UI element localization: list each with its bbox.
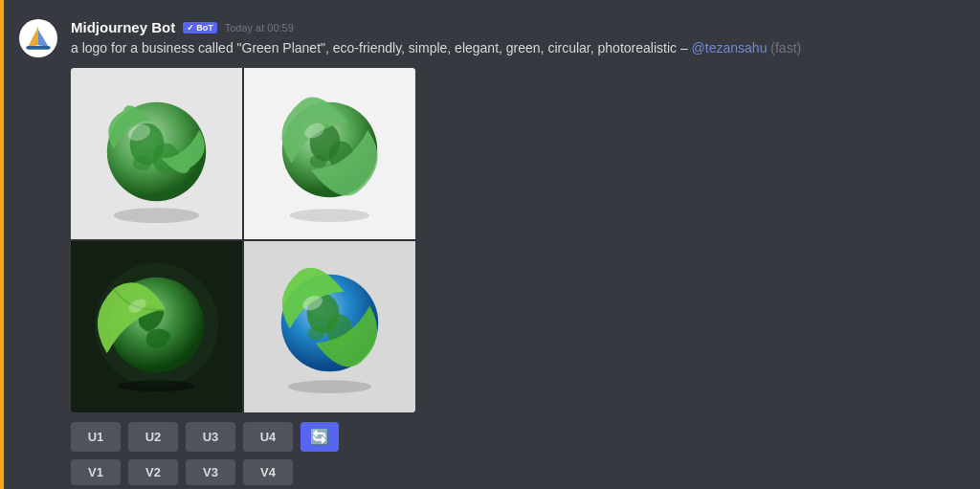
timestamp: Today at 00:59: [225, 22, 294, 33]
v1-button[interactable]: V1: [71, 459, 121, 485]
left-accent: [0, 0, 4, 489]
grid-cell-4: [244, 241, 415, 412]
grid-cell-2: [244, 68, 415, 239]
svg-point-16: [310, 154, 327, 167]
svg-rect-3: [26, 46, 50, 50]
svg-point-20: [119, 380, 195, 391]
grid-cell-3: [71, 241, 242, 412]
svg-point-12: [290, 209, 370, 222]
prompt-dash: –: [680, 40, 692, 56]
grid-cell-1: [71, 68, 242, 239]
svg-point-24: [288, 380, 372, 393]
v4-button[interactable]: V4: [243, 459, 293, 485]
speed-tag: (fast): [770, 40, 801, 56]
message-body: Midjourney Bot ✓ BoT Today at 00:59 a lo…: [71, 19, 965, 489]
image-grid: [71, 68, 415, 412]
message-container: Midjourney Bot ✓ BoT Today at 00:59 a lo…: [19, 15, 965, 489]
action-buttons-row2: V1 V2 V3 V4: [71, 459, 965, 485]
checkmark-icon: ✓: [187, 23, 194, 33]
action-buttons-row1: U1 U2 U3 U4 🔄: [71, 422, 965, 452]
mention: @tezansahu: [692, 40, 768, 56]
refresh-button[interactable]: 🔄: [301, 422, 339, 452]
svg-point-5: [114, 208, 200, 223]
v3-button[interactable]: V3: [186, 459, 235, 485]
bot-label: BoT: [196, 23, 213, 33]
message-header: Midjourney Bot ✓ BoT Today at 00:59: [71, 19, 965, 35]
u3-button[interactable]: U3: [186, 422, 235, 452]
image-grid-container: [71, 68, 415, 412]
bot-badge: ✓ BoT: [183, 22, 217, 33]
svg-point-9: [133, 155, 152, 170]
prompt-text: a logo for a business called "Green Plan…: [71, 39, 965, 58]
username: Midjourney Bot: [71, 19, 175, 35]
v2-button[interactable]: V2: [128, 459, 178, 485]
u2-button[interactable]: U2: [128, 422, 178, 452]
u1-button[interactable]: U1: [71, 422, 121, 452]
svg-point-28: [308, 326, 325, 340]
avatar: [19, 19, 57, 57]
u4-button[interactable]: U4: [243, 422, 293, 452]
prompt-content: a logo for a business called "Green Plan…: [71, 40, 677, 56]
refresh-icon: 🔄: [310, 428, 329, 446]
